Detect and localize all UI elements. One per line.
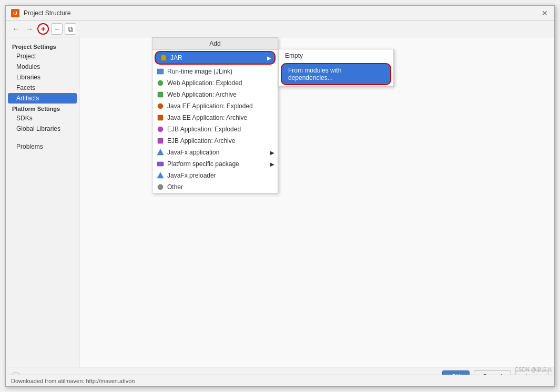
- javafx-icon: [157, 149, 164, 156]
- menu-item-java-ee-exploded[interactable]: Java EE Application: Exploded: [152, 100, 278, 112]
- other-icon: [157, 183, 164, 191]
- close-button[interactable]: ✕: [541, 9, 549, 17]
- platform-settings-header: Platform Settings: [6, 104, 79, 113]
- menu-item-ejb-archive[interactable]: EJB Application: Archive: [152, 135, 278, 147]
- sidebar-item-modules[interactable]: Modules: [6, 61, 79, 72]
- sidebar-item-global-libraries[interactable]: Global Libraries: [6, 123, 79, 134]
- svg-point-5: [158, 104, 163, 109]
- svg-point-12: [158, 184, 163, 190]
- jar-icon: [160, 54, 167, 61]
- status-bar: Downloaded from atilmaven: http://maven.…: [6, 375, 554, 386]
- content-area: Project Settings Project Modules Librari…: [6, 37, 554, 367]
- web-exploded-icon: [157, 79, 164, 87]
- sidebar-item-sdks[interactable]: SDKs: [6, 113, 79, 123]
- svg-rect-8: [158, 138, 163, 143]
- sidebar-item-libraries[interactable]: Libraries: [6, 72, 79, 82]
- platform-submenu-arrow: ▶: [270, 161, 274, 167]
- svg-marker-11: [157, 172, 164, 178]
- svg-rect-2: [157, 69, 164, 74]
- sidebar-item-project[interactable]: Project: [6, 51, 79, 61]
- runtime-icon: [157, 68, 164, 75]
- submenu-item-empty[interactable]: Empty: [279, 49, 393, 62]
- menu-item-web-exploded[interactable]: Web Application: Exploded: [152, 77, 278, 89]
- menu-item-runtime-image[interactable]: Run-time image (JLink): [152, 66, 278, 77]
- svg-rect-4: [158, 92, 163, 97]
- window-title: Project Structure: [24, 9, 70, 17]
- menu-item-javafx-app[interactable]: JavaFx application ▶: [152, 147, 278, 158]
- remove-button[interactable]: −: [51, 23, 63, 35]
- add-menu: Add JAR ▶ Run-time image (JLink): [152, 37, 278, 193]
- title-bar-left: IJ Project Structure: [11, 9, 70, 17]
- menu-item-other[interactable]: Other: [152, 181, 278, 193]
- svg-rect-6: [158, 115, 163, 120]
- back-button[interactable]: ←: [10, 23, 22, 35]
- jar-submenu-arrow: ▶: [267, 55, 271, 61]
- project-structure-dialog: IJ Project Structure ✕ ← → + − ⧉ Project…: [5, 5, 555, 387]
- svg-point-7: [158, 127, 163, 132]
- status-text: Downloaded from atilmaven: http://maven.…: [11, 378, 135, 384]
- svg-marker-9: [157, 149, 164, 155]
- add-button[interactable]: +: [37, 23, 49, 35]
- web-archive-icon: [157, 91, 164, 98]
- sidebar: Project Settings Project Modules Librari…: [6, 37, 79, 367]
- menu-item-ejb-exploded[interactable]: EJB Application: Exploded: [152, 123, 278, 135]
- submenu-item-from-modules[interactable]: From modules with dependencies...: [281, 63, 391, 85]
- java-ee-archive-icon: [157, 114, 164, 121]
- ejb-archive-icon: [157, 137, 164, 145]
- sidebar-item-facets[interactable]: Facets: [6, 82, 79, 93]
- java-ee-exploded-icon: [157, 102, 164, 110]
- javafx-preloader-icon: [157, 172, 164, 179]
- add-menu-header: Add: [152, 38, 278, 50]
- svg-rect-10: [157, 162, 164, 166]
- sidebar-item-problems[interactable]: Problems: [6, 141, 79, 152]
- svg-point-3: [158, 80, 163, 86]
- forward-button[interactable]: →: [24, 23, 35, 35]
- watermark: CSDN @梁反兴: [515, 366, 552, 374]
- app-icon: IJ: [11, 9, 19, 17]
- copy-button[interactable]: ⧉: [65, 23, 76, 35]
- menu-item-javafx-preloader[interactable]: JavaFx preloader: [152, 170, 278, 181]
- toolbar: ← → + − ⧉: [6, 21, 554, 37]
- sidebar-item-artifacts[interactable]: Artifacts: [8, 93, 77, 104]
- menu-item-java-ee-archive[interactable]: Java EE Application: Archive: [152, 112, 278, 123]
- platform-package-icon: [157, 160, 164, 168]
- menu-item-jar[interactable]: JAR ▶: [155, 51, 276, 65]
- title-bar: IJ Project Structure ✕: [6, 6, 554, 21]
- ejb-exploded-icon: [157, 126, 164, 133]
- jar-submenu: Empty From modules with dependencies...: [278, 49, 394, 87]
- main-panel: Add JAR ▶ Run-time image (JLink): [79, 37, 554, 367]
- project-settings-header: Project Settings: [6, 42, 79, 51]
- svg-rect-1: [161, 55, 166, 57]
- javafx-submenu-arrow: ▶: [270, 150, 274, 156]
- menu-item-web-archive[interactable]: Web Application: Archive: [152, 89, 278, 100]
- menu-item-platform-package[interactable]: Platform specific package ▶: [152, 158, 278, 170]
